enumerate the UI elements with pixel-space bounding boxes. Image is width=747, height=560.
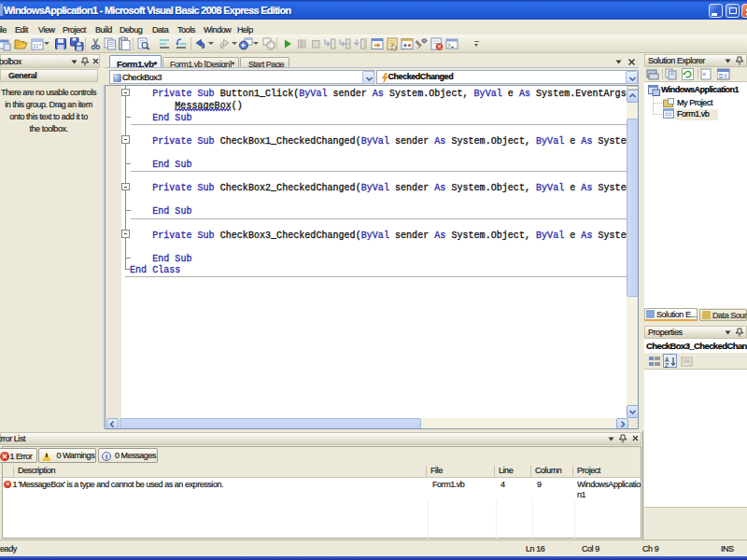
- svg-text:Z: Z: [665, 362, 669, 368]
- svg-text:≡: ≡: [702, 71, 706, 77]
